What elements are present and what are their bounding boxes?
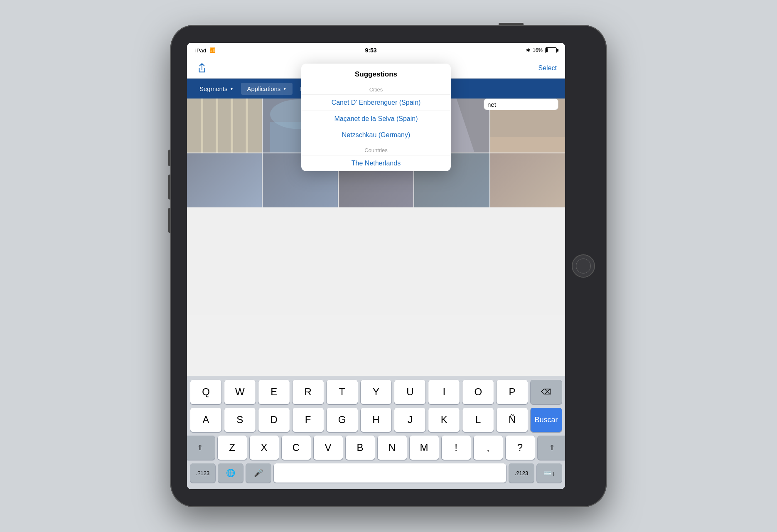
key-s[interactable]: S (224, 408, 256, 432)
key-globe[interactable]: 🌐 (218, 463, 243, 483)
battery-fill (546, 48, 548, 52)
status-right: ✱ 16% (526, 47, 557, 53)
key-j[interactable]: J (394, 408, 425, 432)
status-time: 9:53 (365, 47, 376, 54)
search-input[interactable] (487, 101, 565, 108)
key-numbers-right[interactable]: .?123 (509, 463, 534, 483)
applications-dropdown-icon: ▼ (283, 86, 287, 91)
key-question[interactable]: ? (506, 436, 535, 460)
suggestion-macanet[interactable]: Maçanet de la Selva (Spain) (301, 111, 451, 127)
suggestion-netherlands[interactable]: The Netherlands (301, 155, 451, 171)
suggestion-netzschkau[interactable]: Netzschkau (Germany) (301, 127, 451, 143)
key-a[interactable]: A (190, 408, 221, 432)
key-mic[interactable]: 🎤 (246, 463, 271, 483)
ipad-screen: iPad 📶 9:53 ✱ 16% Selec (187, 43, 565, 489)
cities-category: Cities (301, 82, 451, 94)
key-u[interactable]: U (394, 380, 425, 404)
suggestion-canet[interactable]: Canet D' Enberenguer (Spain) (301, 94, 451, 111)
home-button-inner (576, 259, 591, 273)
segments-label: Segments (199, 85, 228, 92)
applications-label: Applications (247, 85, 280, 92)
ipad-label: iPad (195, 47, 206, 54)
keyboard-bottom-row: .?123 🌐 🎤 .?123 ⌨️↓ (190, 463, 562, 483)
key-f[interactable]: F (293, 408, 324, 432)
key-x[interactable]: X (250, 436, 279, 460)
key-r[interactable]: R (293, 380, 324, 404)
keyboard-row-2: A S D F G H J K L Ñ Buscar (190, 408, 562, 432)
key-d[interactable]: D (258, 408, 290, 432)
key-i[interactable]: I (428, 380, 460, 404)
nav-item-applications[interactable]: Applications ▼ (241, 83, 293, 95)
volume-down-button[interactable] (168, 208, 170, 233)
home-button[interactable] (572, 254, 595, 278)
search-input-box: ✕ (484, 99, 558, 110)
power-button[interactable] (499, 23, 524, 25)
bluetooth-icon: ✱ (526, 47, 530, 53)
suggestions-dropdown: Suggestions Cities Canet D' Enberenguer … (301, 64, 451, 171)
key-w[interactable]: W (224, 380, 256, 404)
battery-percent: 16% (533, 47, 543, 53)
key-c[interactable]: C (282, 436, 311, 460)
keyboard-row-1: Q W E R T Y U I O P ⌫ (190, 380, 562, 404)
ipad-device: iPad 📶 9:53 ✱ 16% Selec (170, 25, 607, 507)
status-left: iPad 📶 (195, 47, 216, 54)
key-exclaim[interactable]: ! (442, 436, 471, 460)
mute-button[interactable] (168, 150, 170, 166)
key-delete[interactable]: ⌫ (531, 380, 562, 404)
select-button[interactable]: Select (538, 64, 557, 72)
key-o[interactable]: O (462, 380, 494, 404)
key-space[interactable] (274, 463, 506, 483)
keyboard: Q W E R T Y U I O P ⌫ A S D F G H J (187, 376, 565, 489)
search-overlay: ✕ (484, 99, 558, 110)
key-k[interactable]: K (428, 408, 460, 432)
key-z[interactable]: Z (218, 436, 247, 460)
nav-item-segments[interactable]: Segments ▼ (194, 83, 239, 95)
key-p[interactable]: P (497, 380, 528, 404)
key-numbers[interactable]: .?123 (190, 463, 215, 483)
key-y[interactable]: Y (361, 380, 392, 404)
key-n[interactable]: N (378, 436, 407, 460)
key-b[interactable]: B (346, 436, 375, 460)
volume-up-button[interactable] (168, 175, 170, 200)
key-h[interactable]: H (361, 408, 392, 432)
key-keyboard-hide[interactable]: ⌨️↓ (537, 463, 562, 483)
key-v[interactable]: V (314, 436, 343, 460)
suggestions-title: Suggestions (301, 64, 451, 82)
key-shift-right[interactable]: ⇧ (538, 436, 566, 460)
share-button[interactable] (195, 62, 209, 75)
key-m[interactable]: M (410, 436, 439, 460)
key-shift-left[interactable]: ⇧ (187, 436, 215, 460)
key-g[interactable]: G (327, 408, 358, 432)
key-n-tilde[interactable]: Ñ (497, 408, 528, 432)
countries-category: Countries (301, 143, 451, 155)
status-bar: iPad 📶 9:53 ✱ 16% (187, 43, 565, 58)
keyboard-row-3: ⇧ Z X C V B N M ! , ? ⇧ (190, 436, 562, 460)
key-comma[interactable]: , (474, 436, 503, 460)
key-l[interactable]: L (462, 408, 494, 432)
battery-indicator (545, 47, 557, 53)
key-buscar[interactable]: Buscar (531, 408, 562, 432)
wifi-icon: 📶 (209, 47, 216, 53)
segments-dropdown-icon: ▼ (230, 86, 234, 91)
key-e[interactable]: E (258, 380, 290, 404)
key-t[interactable]: T (327, 380, 358, 404)
battery-box (545, 47, 557, 53)
key-q[interactable]: Q (190, 380, 221, 404)
